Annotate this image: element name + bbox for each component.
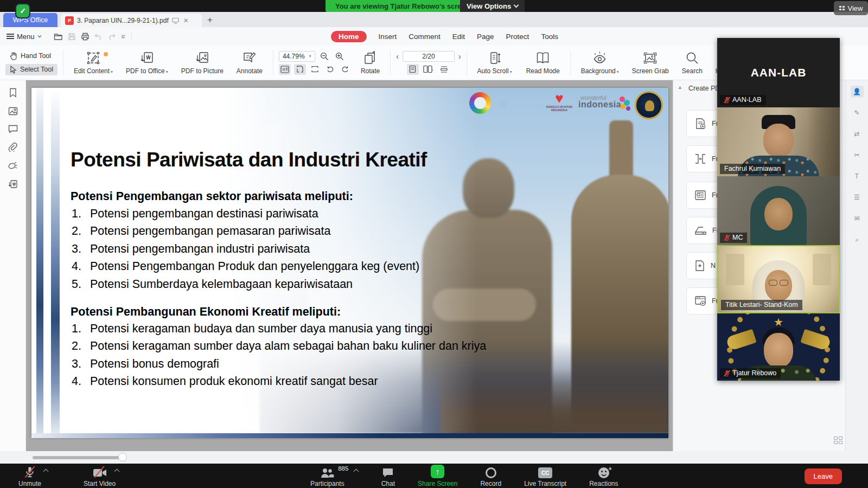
list-item: Potensi Sumberdaya kelembagaan kepariwis… (72, 278, 419, 295)
hand-icon (10, 52, 17, 60)
previous-page-button[interactable]: ‹ (396, 52, 399, 61)
reactions-button[interactable]: + Reactions (589, 466, 618, 487)
pdf-to-picture-button[interactable]: PDF to Picture (176, 49, 228, 77)
start-video-button[interactable]: Start Video (84, 466, 116, 487)
print-icon[interactable] (81, 33, 90, 41)
chat-icon (382, 467, 394, 478)
person-silhouette (764, 198, 793, 230)
new-tab-button[interactable]: + (207, 15, 213, 25)
view-options-button[interactable]: View Options (460, 0, 525, 12)
edge-tool-icon[interactable]: ✂ (851, 149, 864, 161)
image-icon[interactable] (8, 107, 18, 115)
right-edge-toolbar: 👤 ✎ ⇄ ✂ T ☰ ✉ ⌕ (845, 80, 868, 451)
tab-home[interactable]: Home (331, 31, 367, 42)
attachment-icon[interactable] (8, 143, 17, 152)
apps-grid-icon[interactable] (834, 436, 843, 444)
redo-icon[interactable] (107, 33, 116, 40)
search-button[interactable]: Search (677, 49, 707, 77)
screen-grab-label: Screen Grab (632, 67, 669, 75)
participants-button[interactable]: 885 Participants (310, 466, 344, 487)
next-page-button[interactable]: › (458, 52, 461, 61)
edge-tool-icon[interactable]: ⇄ (851, 128, 864, 140)
fit-page-button[interactable] (294, 64, 306, 75)
monitor-icon (172, 17, 179, 24)
pdf-page[interactable]: © ♥ BANGGA BUATANINDONESIA wonderful ind… (31, 88, 668, 438)
document-tab-title: 3. Paparan UIN...29-9-21-1).pdf (77, 17, 169, 24)
undo-icon[interactable] (94, 33, 103, 40)
participant-tile-aan-lab[interactable]: AAN-LAB AAN-LAB (717, 38, 840, 107)
edge-tool-icon[interactable]: ☰ (851, 191, 864, 203)
pdf-convert-icon[interactable] (8, 179, 18, 189)
stamp-icon[interactable] (8, 161, 18, 170)
participant-tile-tjatur[interactable]: ★ Tjatur Rebowo (717, 313, 840, 381)
leave-button[interactable]: Leave (805, 468, 842, 484)
panel-collapse-arrow[interactable]: ▲ (678, 85, 682, 90)
tab-insert[interactable]: Insert (379, 33, 397, 41)
tab-tools[interactable]: Tools (541, 33, 558, 41)
bookmark-icon[interactable] (9, 88, 17, 98)
screen-grab-button[interactable]: Screen Grab (627, 49, 674, 77)
pdf-file-icon: P (65, 16, 74, 25)
rotate-button[interactable]: Rotate (356, 49, 385, 77)
wps-office-home-tab[interactable]: WPS Office (3, 13, 58, 27)
participant-tile-mc[interactable]: MC (717, 176, 840, 245)
chat-button[interactable]: Chat (381, 466, 395, 487)
view-button[interactable]: View (834, 1, 868, 15)
section2-list: Potensi keragaman budaya dan sumber daya… (72, 322, 486, 393)
read-mode-icon (535, 51, 550, 65)
unmute-label: Unmute (18, 480, 41, 487)
hand-tool-button[interactable]: Hand Tool (5, 50, 58, 62)
record-button[interactable]: Record (480, 466, 501, 487)
muted-mic-icon (723, 370, 730, 377)
unmute-button[interactable]: Unmute (18, 466, 41, 487)
edge-tool-icon[interactable]: ✎ (851, 107, 864, 119)
glasses (767, 280, 790, 286)
video-options-caret[interactable] (114, 469, 119, 474)
tab-edit[interactable]: Edit (452, 33, 465, 41)
comment-icon[interactable] (8, 125, 18, 133)
edge-tool-icon[interactable]: ✉ (851, 213, 864, 224)
customize-toolbar-icon[interactable] (120, 34, 126, 39)
fit-width-button[interactable] (309, 64, 321, 75)
tab-close-icon[interactable]: ✕ (183, 17, 189, 24)
pdf-to-office-button[interactable]: PDF to Office▾ (121, 49, 173, 77)
two-page-view-button[interactable] (423, 64, 435, 75)
zoom-level-select[interactable]: 44.79% ▾ (279, 51, 315, 62)
antivirus-shield-icon: ✓ (15, 3, 30, 18)
tab-comment[interactable]: Comment (409, 33, 441, 41)
horizontal-scrollbar-knob[interactable] (118, 453, 127, 461)
read-mode-button[interactable]: Read Mode (521, 49, 565, 77)
list-item: Potensi pengembangan destinasi pariwisat… (72, 207, 419, 224)
live-transcript-button[interactable]: CC Live Transcript (524, 466, 566, 487)
document-tab[interactable]: P 3. Paparan UIN...29-9-21-1).pdf ✕ (61, 14, 202, 27)
edge-tool-icon[interactable]: T (851, 170, 864, 182)
actual-size-button[interactable] (279, 64, 291, 75)
participant-tile-titik-active-speaker[interactable]: Titik Lestari- Stand-Kom (717, 245, 840, 313)
tab-page[interactable]: Page (477, 33, 494, 41)
single-page-view-button[interactable] (407, 64, 419, 75)
menu-button[interactable]: Menu (7, 32, 42, 40)
background-button[interactable]: Background▾ (576, 49, 624, 77)
mic-options-caret[interactable] (43, 469, 49, 474)
share-screen-button[interactable]: ↑ Share Screen (418, 466, 457, 487)
continuous-view-button[interactable] (438, 64, 450, 75)
open-folder-icon[interactable] (54, 33, 63, 41)
chat-label: Chat (381, 480, 395, 487)
edge-tool-icon[interactable]: 👤 (851, 86, 864, 98)
participant-tile-fachrul[interactable]: Fachrul Kurniawan (717, 107, 840, 176)
participants-caret[interactable] (354, 469, 359, 474)
edge-tool-icon[interactable]: ⌕ (851, 234, 864, 246)
zoom-in-button[interactable] (334, 51, 346, 62)
tab-protect[interactable]: Protect (506, 33, 529, 41)
select-tool-label: Select Tool (20, 66, 53, 73)
select-tool-button[interactable]: Select Tool (5, 64, 58, 75)
rotate-right-button[interactable] (340, 64, 352, 75)
rotate-left-button[interactable] (324, 64, 336, 75)
auto-scroll-button[interactable]: Auto Scroll▾ (473, 49, 517, 77)
annotate-button[interactable]: Annotate (232, 49, 267, 77)
edit-content-button[interactable]: Edit Content▾ (69, 49, 118, 77)
zoom-out-button[interactable] (318, 51, 330, 62)
save-icon[interactable] (68, 33, 76, 41)
page-number-input[interactable]: 2/20 (403, 51, 455, 62)
horizontal-scrollbar[interactable] (33, 456, 124, 459)
